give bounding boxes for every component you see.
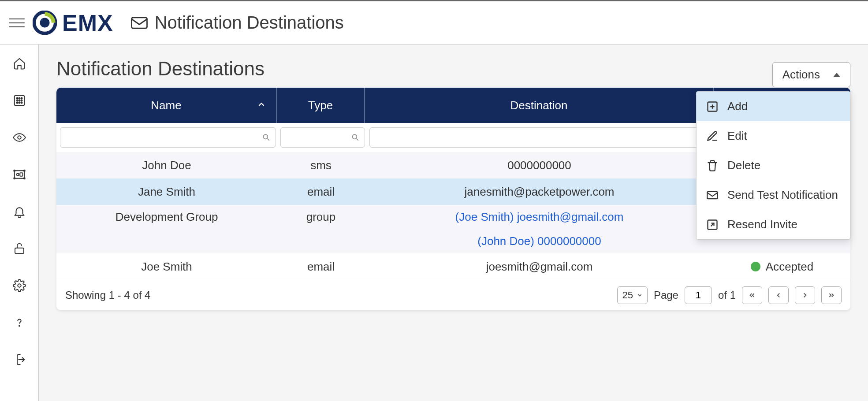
caret-up-icon [833, 73, 840, 77]
mail-icon [130, 14, 149, 32]
header-title-group: Notification Destinations [130, 13, 344, 33]
plus-square-icon [706, 100, 719, 113]
first-page-button[interactable] [742, 286, 762, 304]
header-page-title: Notification Destinations [155, 13, 344, 33]
svg-rect-21 [15, 248, 24, 254]
chevrons-right-icon [827, 291, 835, 299]
svg-point-1 [40, 18, 50, 28]
next-page-button[interactable] [795, 286, 815, 304]
svg-point-20 [23, 178, 25, 179]
nav-group-icon[interactable] [12, 167, 27, 182]
showing-text: Showing 1 - 4 of 4 [65, 289, 150, 301]
brand-logo[interactable]: EMX [33, 10, 113, 36]
page-size-select[interactable]: 25 [617, 286, 647, 304]
nav-bell-icon[interactable] [12, 204, 27, 219]
svg-point-10 [16, 102, 18, 104]
sidebar [0, 45, 39, 401]
svg-point-8 [19, 100, 20, 101]
page-of-label: of 1 [718, 289, 736, 301]
svg-point-15 [16, 174, 19, 176]
chevron-left-icon [775, 291, 782, 299]
nav-home-icon[interactable] [12, 56, 27, 71]
page-label: Page [654, 289, 678, 301]
nav-logout-icon[interactable] [12, 352, 27, 367]
column-header-name[interactable]: Name [56, 88, 277, 123]
chevrons-left-icon [748, 291, 756, 299]
svg-point-28 [352, 134, 357, 139]
actions-button[interactable]: Actions [772, 62, 850, 87]
group-member-link[interactable]: (Joe Smith) joesmith@gmail.com [455, 210, 624, 223]
svg-point-11 [19, 102, 20, 104]
svg-point-22 [18, 284, 21, 287]
filter-destination-input[interactable] [369, 127, 709, 148]
actions-menu-delete[interactable]: Delete [697, 151, 850, 180]
svg-rect-2 [131, 17, 147, 28]
brand-text: EMX [62, 10, 113, 36]
mail-icon [706, 189, 719, 201]
sort-asc-icon [257, 99, 266, 112]
svg-point-9 [21, 100, 22, 101]
search-icon [262, 133, 271, 142]
prev-page-button[interactable] [768, 286, 789, 304]
main-content: Notification Destinations Actions Add Ed… [39, 45, 868, 401]
actions-menu-send-test[interactable]: Send Test Notification [697, 180, 850, 210]
svg-rect-16 [20, 173, 22, 176]
svg-point-23 [19, 326, 20, 327]
svg-point-7 [16, 100, 18, 101]
page-title: Notification Destinations [56, 58, 850, 80]
status-dot-icon [751, 262, 760, 271]
nav-eye-icon[interactable] [12, 130, 27, 145]
chevron-down-icon [637, 292, 643, 298]
brand-logo-icon [33, 11, 57, 35]
nav-unlock-icon[interactable] [12, 241, 27, 256]
svg-point-13 [18, 136, 21, 139]
table-row[interactable]: Joe Smith email joesmith@gmail.com Accep… [56, 253, 850, 280]
svg-point-4 [16, 98, 18, 99]
nav-grid-icon[interactable] [12, 93, 27, 108]
edit-icon [706, 130, 719, 142]
nav-gear-icon[interactable] [12, 278, 27, 293]
svg-point-12 [21, 102, 22, 104]
svg-point-18 [23, 170, 25, 171]
last-page-button[interactable] [821, 286, 842, 304]
svg-point-17 [14, 170, 15, 171]
column-header-type[interactable]: Type [277, 88, 365, 123]
search-icon [351, 133, 360, 142]
column-header-destination[interactable]: Destination [365, 88, 714, 123]
svg-point-6 [21, 98, 22, 99]
trash-icon [706, 160, 719, 172]
group-member-link[interactable]: (John Doe) 0000000000 [477, 234, 601, 248]
svg-point-27 [263, 134, 268, 139]
nav-help-icon[interactable] [12, 315, 27, 330]
svg-point-19 [14, 178, 15, 179]
menu-toggle-icon[interactable] [9, 15, 25, 31]
filter-name-input[interactable] [60, 127, 276, 148]
svg-point-5 [19, 98, 20, 99]
external-link-icon [706, 219, 719, 231]
chevron-right-icon [801, 291, 809, 299]
status-badge: Accepted [766, 260, 813, 274]
table-footer: Showing 1 - 4 of 4 25 Page of 1 [56, 280, 850, 310]
actions-menu-edit[interactable]: Edit [697, 121, 850, 151]
actions-menu-resend-invite[interactable]: Resend Invite [697, 210, 850, 239]
actions-menu-add[interactable]: Add [697, 92, 850, 121]
svg-rect-25 [707, 191, 717, 198]
actions-button-label: Actions [782, 68, 820, 82]
actions-menu: Add Edit Delete Send Test Notification R… [696, 91, 850, 240]
page-number-input[interactable] [685, 286, 712, 304]
app-header: EMX Notification Destinations [0, 1, 868, 45]
